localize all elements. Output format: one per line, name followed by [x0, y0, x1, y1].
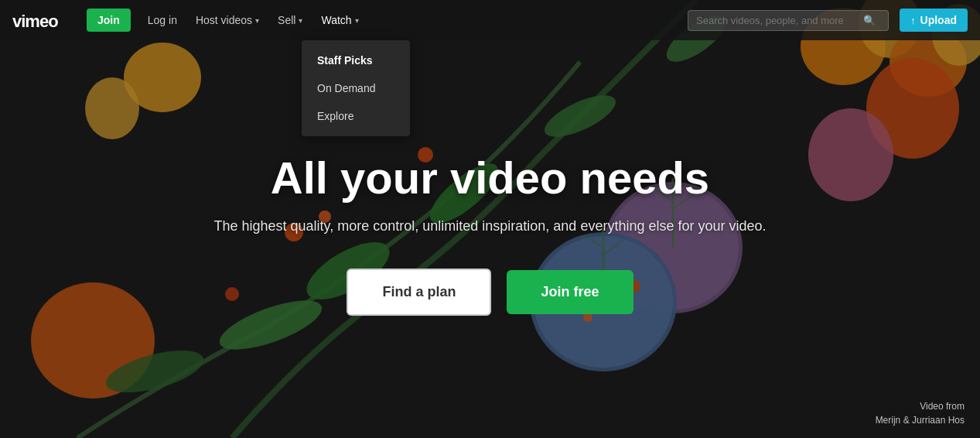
logo[interactable]: vimeo: [12, 10, 74, 30]
watch-dropdown: Staff Picks On Demand Explore: [302, 40, 410, 136]
nav-sell[interactable]: Sell ▾: [270, 9, 310, 31]
nav-login[interactable]: Log in: [140, 9, 185, 31]
dropdown-item-explore[interactable]: Explore: [302, 102, 410, 130]
upload-button[interactable]: ↑ Upload: [900, 9, 968, 32]
hero-title: All your video needs: [271, 153, 709, 203]
hero-content: All your video needs The highest quality…: [0, 0, 980, 438]
hero-subtitle: The highest quality, more control, unlim…: [213, 218, 766, 234]
join-free-button[interactable]: Join free: [507, 270, 633, 314]
nav-watch[interactable]: Watch ▾: [313, 9, 366, 31]
hero-buttons: Find a plan Join free: [347, 269, 633, 316]
search-input[interactable]: [696, 15, 859, 26]
svg-text:vimeo: vimeo: [12, 12, 58, 30]
navbar: vimeo Join Log in Host videos ▾ Sell ▾ W…: [0, 0, 980, 40]
join-button[interactable]: Join: [87, 9, 131, 32]
find-plan-button[interactable]: Find a plan: [347, 269, 491, 316]
vimeo-logo-svg: vimeo: [12, 10, 74, 30]
nav-host-videos[interactable]: Host videos ▾: [188, 9, 267, 31]
host-videos-chevron: ▾: [255, 16, 259, 25]
dropdown-item-staff-picks[interactable]: Staff Picks: [302, 46, 410, 74]
video-credit-line1: Video from: [876, 399, 965, 413]
video-credit-line2: Merijn & Jurriaan Hos: [876, 413, 965, 427]
sell-chevron: ▾: [299, 16, 302, 25]
search-bar: 🔍: [688, 10, 889, 31]
search-icon: 🔍: [863, 15, 876, 26]
upload-icon: ↑: [910, 15, 916, 26]
dropdown-item-on-demand[interactable]: On Demand: [302, 74, 410, 102]
watch-chevron: ▾: [355, 16, 359, 25]
video-credit: Video from Merijn & Jurriaan Hos: [876, 399, 965, 427]
